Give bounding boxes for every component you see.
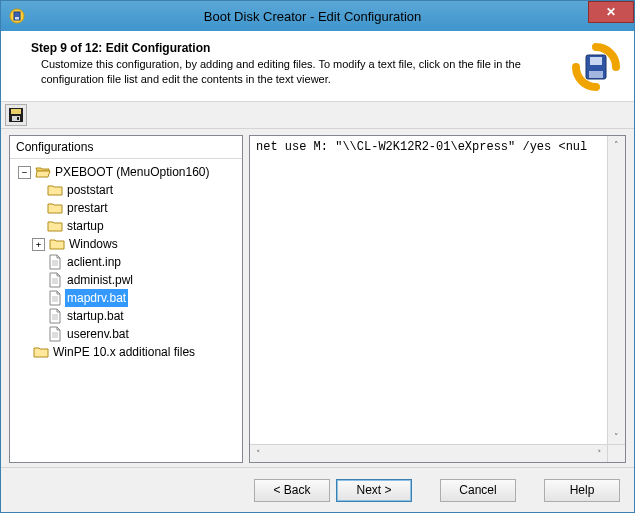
file-icon <box>47 326 63 342</box>
wizard-icon <box>572 43 620 91</box>
folder-icon <box>47 182 63 198</box>
tree-item-windows[interactable]: +Windows <box>30 235 240 253</box>
tree-item-administ-pwl[interactable]: administ.pwl <box>30 271 240 289</box>
file-editor-pane: net use M: "\\CL-W2K12R2-01\eXpress" /ye… <box>249 135 626 463</box>
vertical-scrollbar[interactable]: ˄ ˅ <box>607 136 625 445</box>
scroll-up-button[interactable]: ˄ <box>608 136 625 153</box>
tree-item-prestart[interactable]: prestart <box>30 199 240 217</box>
main-body: Configurations − PXEBOOT (MenuOption160)… <box>1 129 634 467</box>
next-button[interactable]: Next > <box>336 479 412 502</box>
close-icon: ✕ <box>606 6 616 18</box>
file-editor[interactable]: net use M: "\\CL-W2K12R2-01\eXpress" /ye… <box>250 136 625 462</box>
close-button[interactable]: ✕ <box>588 1 634 23</box>
collapse-icon[interactable]: − <box>18 166 31 179</box>
scroll-down-button[interactable]: ˅ <box>608 428 625 445</box>
cancel-button[interactable]: Cancel <box>440 479 516 502</box>
tree-item-poststart[interactable]: poststart <box>30 181 240 199</box>
wizard-button-bar: < Back Next > Cancel Help <box>1 467 634 512</box>
tree-item-startup-folder[interactable]: startup <box>30 217 240 235</box>
folder-icon <box>33 344 49 360</box>
configurations-header: Configurations <box>10 136 242 159</box>
help-button[interactable]: Help <box>544 479 620 502</box>
tree-item-aclient-inp[interactable]: aclient.inp <box>30 253 240 271</box>
tree-root[interactable]: − PXEBOOT (MenuOption160) poststart pres… <box>16 163 240 343</box>
scroll-left-button[interactable]: ˂ <box>250 445 267 462</box>
file-icon <box>47 308 63 324</box>
svg-rect-9 <box>17 117 19 120</box>
svg-rect-4 <box>590 57 602 65</box>
folder-open-icon <box>35 164 51 180</box>
folder-icon <box>47 218 63 234</box>
folder-icon <box>47 200 63 216</box>
save-icon <box>8 107 24 123</box>
boot-disk-creator-window: Boot Disk Creator - Edit Configuration ✕… <box>0 0 635 513</box>
toolbar <box>1 102 634 129</box>
scroll-track[interactable] <box>608 153 625 428</box>
tree-root-label: PXEBOOT (MenuOption160) <box>53 163 212 181</box>
horizontal-scrollbar[interactable]: ˂ ˃ <box>250 444 608 462</box>
tree-item-winpe-additional[interactable]: WinPE 10.x additional files <box>16 343 240 361</box>
configurations-tree[interactable]: − PXEBOOT (MenuOption160) poststart pres… <box>10 159 242 462</box>
configurations-tree-pane: Configurations − PXEBOOT (MenuOption160)… <box>9 135 243 463</box>
wizard-header: Step 9 of 12: Edit Configuration Customi… <box>1 31 634 102</box>
scroll-track[interactable] <box>267 445 591 462</box>
step-title: Step 9 of 12: Edit Configuration <box>31 41 568 55</box>
svg-rect-5 <box>589 71 603 78</box>
svg-rect-7 <box>11 109 21 114</box>
save-button[interactable] <box>5 104 27 126</box>
expand-icon[interactable]: + <box>32 238 45 251</box>
scroll-corner <box>607 444 625 462</box>
back-button[interactable]: < Back <box>254 479 330 502</box>
file-icon <box>47 290 63 306</box>
folder-icon <box>49 236 65 252</box>
tree-item-startup-bat[interactable]: startup.bat <box>30 307 240 325</box>
titlebar[interactable]: Boot Disk Creator - Edit Configuration ✕ <box>1 1 634 31</box>
file-icon <box>47 254 63 270</box>
file-icon <box>47 272 63 288</box>
tree-item-userenv-bat[interactable]: userenv.bat <box>30 325 240 343</box>
window-title: Boot Disk Creator - Edit Configuration <box>0 9 634 24</box>
step-description: Customize this configuration, by adding … <box>31 57 568 87</box>
scroll-right-button[interactable]: ˃ <box>591 445 608 462</box>
tree-item-mapdrv-bat[interactable]: mapdrv.bat <box>30 289 240 307</box>
